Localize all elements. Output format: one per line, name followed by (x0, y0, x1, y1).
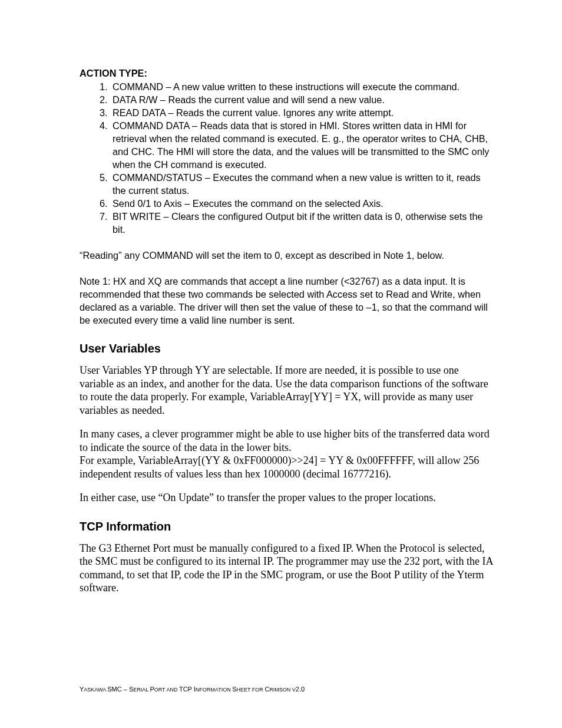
footer-text: NFORMATION (196, 687, 232, 693)
list-item: COMMAND – A new value written to these i… (110, 80, 494, 93)
tcp-information-heading: TCP Information (80, 520, 494, 533)
footer-text: ASKAWA (84, 687, 107, 693)
list-item: COMMAND/STATUS – Executes the command wh… (110, 171, 494, 197)
user-variables-heading: User Variables (80, 342, 494, 355)
list-item: COMMAND DATA – Reads data that is stored… (110, 119, 494, 171)
page-footer: YASKAWA SMC – SERIAL PORT AND TCP INFORM… (80, 686, 305, 693)
list-item: Send 0/1 to Axis – Executes the command … (110, 197, 494, 210)
note-1: Note 1: HX and XQ are commands that acce… (80, 275, 494, 327)
footer-text: S (232, 686, 236, 693)
footer-text: ERIAL (133, 687, 150, 693)
tcp-paragraph-1: The G3 Ethernet Port must be manually co… (80, 542, 494, 595)
footer-text: HEET FOR (237, 687, 265, 693)
footer-text: SMC – S (107, 686, 133, 693)
user-vars-paragraph-3: In either case, use “On Update” to trans… (80, 491, 494, 505)
footer-text: ORT AND (154, 687, 179, 693)
user-vars-paragraph-2: In many cases, a clever programmer might… (80, 427, 494, 480)
footer-text: 2.0 (296, 686, 305, 693)
document-page: ACTION TYPE: COMMAND – A new value writt… (0, 0, 562, 728)
action-type-heading: ACTION TYPE: (80, 68, 494, 79)
list-item: BIT WRITE – Clears the configured Output… (110, 210, 494, 236)
footer-text: RIMSON V (269, 687, 296, 693)
reading-note: “Reading” any COMMAND will set the item … (80, 249, 494, 262)
list-item: READ DATA – Reads the current value. Ign… (110, 106, 494, 119)
list-item: DATA R/W – Reads the current value and w… (110, 93, 494, 106)
action-type-list: COMMAND – A new value written to these i… (80, 80, 494, 236)
user-vars-paragraph-1: User Variables YP through YY are selecta… (80, 364, 494, 417)
footer-text: TCP I (179, 686, 196, 693)
footer-text: P (150, 686, 154, 693)
